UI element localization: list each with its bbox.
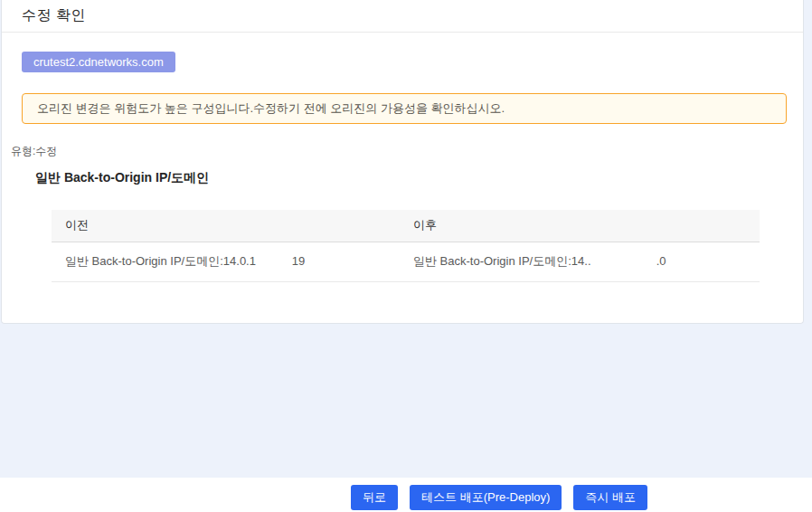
deploy-now-button[interactable]: 즉시 배포: [573, 485, 647, 510]
before-value-cell: 일반 Back-to-Origin IP/도메인:14.0.1 19: [52, 242, 400, 281]
modification-confirm-card: 수정 확인 crutest2.cdnetworks.com 오리진 변경은 위험…: [1, 0, 804, 324]
change-type-label: 유형:수정: [11, 144, 57, 159]
footer-buttons: 뒤로 테스트 배포(Pre-Deploy) 즉시 배포: [93, 478, 812, 510]
pre-deploy-button[interactable]: 테스트 배포(Pre-Deploy): [410, 485, 562, 510]
after-value-cell: 일반 Back-to-Origin IP/도메인:14.. .0: [400, 242, 760, 281]
origin-risk-warning: 오리진 변경은 위험도가 높은 구성입니다.수정하기 전에 오리진의 가용성을 …: [22, 93, 787, 124]
column-header-after: 이후: [400, 210, 760, 242]
diff-table: 이전 이후 일반 Back-to-Origin IP/도메인:14.0.1 19…: [52, 210, 760, 282]
column-header-before: 이전: [52, 210, 400, 242]
after-value: 일반 Back-to-Origin IP/도메인:14.. .0: [413, 254, 666, 268]
page-title: 수정 확인: [22, 6, 86, 25]
card-header: 수정 확인: [2, 0, 803, 33]
diff-table-header-row: 이전 이후: [52, 210, 760, 242]
footer-action-bar: 뒤로 테스트 배포(Pre-Deploy) 즉시 배포: [0, 478, 812, 512]
table-row: 일반 Back-to-Origin IP/도메인:14.0.1 19 일반 Ba…: [52, 242, 760, 281]
section-title-back-to-origin: 일반 Back-to-Origin IP/도메인: [35, 170, 209, 186]
domain-chip: crutest2.cdnetworks.com: [22, 52, 175, 72]
warning-message: 오리진 변경은 위험도가 높은 구성입니다.수정하기 전에 오리진의 가용성을 …: [37, 100, 505, 117]
back-button[interactable]: 뒤로: [351, 485, 398, 510]
before-value: 일반 Back-to-Origin IP/도메인:14.0.1 19: [65, 254, 305, 268]
